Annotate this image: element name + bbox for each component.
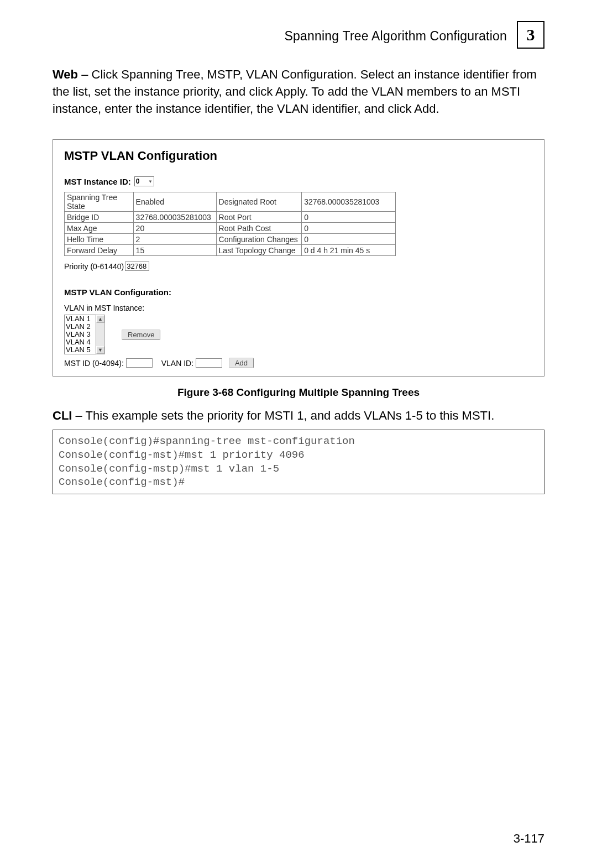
table-cell: Hello Time xyxy=(65,234,134,245)
table-cell: 15 xyxy=(133,245,216,256)
priority-row: Priority (0-61440) xyxy=(64,262,533,271)
table-cell: Forward Delay xyxy=(65,245,134,256)
priority-label: Priority (0-61440) xyxy=(64,262,124,271)
cli-text: – This example sets the priority for MST… xyxy=(72,409,494,422)
mst-id-label: MST ID (0-4094): xyxy=(64,359,124,368)
vlan-list-scrollbar[interactable]: ▲ ▼ xyxy=(96,315,105,354)
intro-paragraph: Web – Click Spanning Tree, MSTP, VLAN Co… xyxy=(53,66,544,117)
table-cell: Root Path Cost xyxy=(216,223,302,234)
table-cell: Bridge ID xyxy=(65,212,134,223)
priority-input[interactable] xyxy=(125,262,149,271)
table-row: Forward Delay15Last Topology Change0 d 4… xyxy=(65,245,396,256)
vlan-listbox[interactable]: VLAN 1VLAN 2VLAN 3VLAN 4VLAN 5 xyxy=(64,315,96,354)
table-row: Max Age20Root Path Cost0 xyxy=(65,223,396,234)
vlan-id-label: VLAN ID: xyxy=(161,359,193,368)
table-cell: Enabled xyxy=(133,192,216,212)
add-button[interactable]: Add xyxy=(229,358,254,368)
page-header: Spanning Tree Algorithm Configuration 3 xyxy=(53,22,544,50)
vlan-listbox-wrap: VLAN 1VLAN 2VLAN 3VLAN 4VLAN 5 ▲ ▼ xyxy=(64,315,105,354)
table-row: Spanning Tree StateEnabledDesignated Roo… xyxy=(65,192,396,212)
chapter-number-badge: 3 xyxy=(517,21,544,49)
screenshot-title: MSTP VLAN Configuration xyxy=(64,149,533,163)
intro-text: – Click Spanning Tree, MSTP, VLAN Config… xyxy=(53,67,537,116)
section-title: Spanning Tree Algorithm Configuration xyxy=(285,29,507,44)
table-row: Bridge ID32768.000035281003Root Port0 xyxy=(65,212,396,223)
mst-vlan-id-row: MST ID (0-4094): VLAN ID: Add xyxy=(64,358,533,368)
table-cell: Designated Root xyxy=(216,192,302,212)
table-cell: 32768.000035281003 xyxy=(133,212,216,223)
remove-button[interactable]: Remove xyxy=(122,330,160,340)
table-cell: 2 xyxy=(133,234,216,245)
list-item[interactable]: VLAN 4 xyxy=(66,338,95,346)
list-item[interactable]: VLAN 3 xyxy=(66,331,95,338)
table-cell: Spanning Tree State xyxy=(65,192,134,212)
vlan-in-instance-label: VLAN in MST Instance: xyxy=(64,304,533,312)
scroll-down-icon[interactable]: ▼ xyxy=(96,346,104,354)
cli-paragraph: CLI – This example sets the priority for… xyxy=(53,409,544,423)
page-number: 3-117 xyxy=(514,832,544,846)
table-cell: 20 xyxy=(133,223,216,234)
table-cell: 0 xyxy=(302,212,396,223)
mst-instance-value: 0 xyxy=(136,177,140,185)
list-item[interactable]: VLAN 5 xyxy=(66,346,95,354)
table-cell: 0 xyxy=(302,234,396,245)
cli-example-box: Console(config)#spanning-tree mst-config… xyxy=(53,430,544,494)
mstp-info-table: Spanning Tree StateEnabledDesignated Roo… xyxy=(64,192,396,256)
gui-screenshot: MSTP VLAN Configuration MST Instance ID:… xyxy=(53,139,544,377)
mst-instance-select[interactable]: 0 xyxy=(134,176,154,186)
cli-lead: CLI xyxy=(53,409,72,422)
list-item[interactable]: VLAN 1 xyxy=(66,315,95,323)
scroll-up-icon[interactable]: ▲ xyxy=(96,315,104,323)
mst-instance-row: MST Instance ID: 0 xyxy=(64,176,533,186)
figure-caption: Figure 3-68 Configuring Multiple Spannin… xyxy=(53,386,544,399)
table-cell: 32768.000035281003 xyxy=(302,192,396,212)
vlan-list-row: VLAN 1VLAN 2VLAN 3VLAN 4VLAN 5 ▲ ▼ Remov… xyxy=(64,315,533,354)
table-cell: Max Age xyxy=(65,223,134,234)
mst-id-input[interactable] xyxy=(126,358,153,368)
table-cell: Root Port xyxy=(216,212,302,223)
mstp-vlan-subtitle: MSTP VLAN Configuration: xyxy=(64,287,533,297)
vlan-id-input[interactable] xyxy=(196,358,222,368)
mst-instance-label: MST Instance ID: xyxy=(64,177,131,186)
table-cell: Configuration Changes xyxy=(216,234,302,245)
table-cell: 0 xyxy=(302,223,396,234)
table-row: Hello Time2Configuration Changes0 xyxy=(65,234,396,245)
table-cell: 0 d 4 h 21 min 45 s xyxy=(302,245,396,256)
table-cell: Last Topology Change xyxy=(216,245,302,256)
intro-lead: Web xyxy=(53,67,78,81)
list-item[interactable]: VLAN 2 xyxy=(66,323,95,331)
